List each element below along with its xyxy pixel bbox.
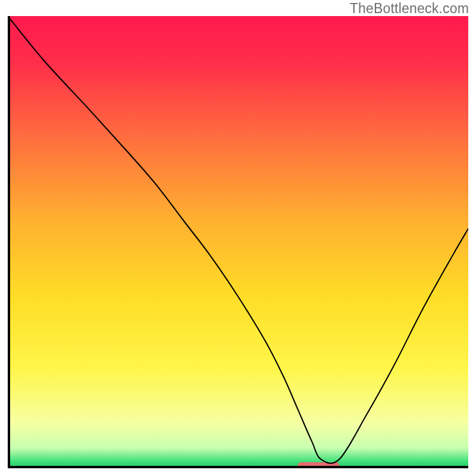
chart-background bbox=[8, 16, 468, 468]
chart-svg bbox=[8, 16, 468, 468]
chart-plot-area bbox=[8, 16, 468, 468]
watermark-text: TheBottleneck.com bbox=[350, 1, 469, 17]
